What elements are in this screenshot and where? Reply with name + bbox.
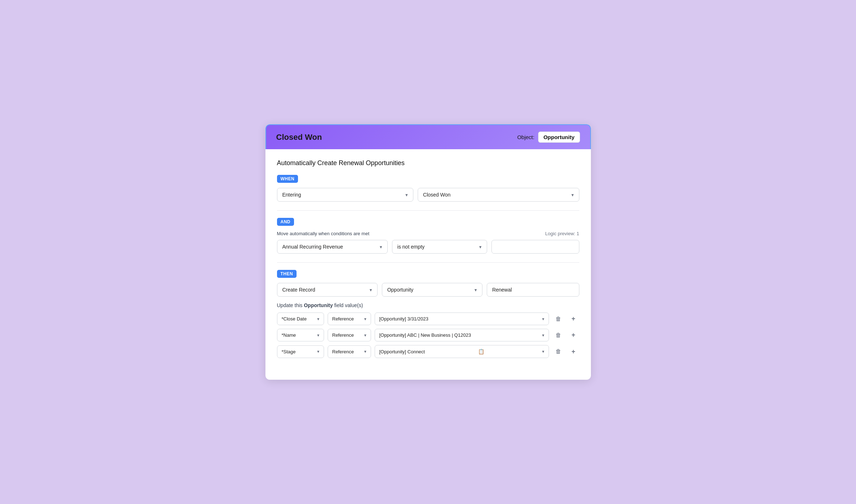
delete-button-2[interactable]: 🗑: [553, 346, 564, 357]
operator-chevron: ▾: [479, 244, 482, 250]
header-bar: Closed Won Object: Opportunity: [265, 124, 591, 149]
closed-won-chevron: ▾: [571, 192, 574, 198]
action-label: Create Record: [282, 287, 315, 293]
ref-value-text-1: [Opportunity] ABC | New Business | Q1202…: [379, 332, 471, 338]
field-label-1: *Name: [282, 332, 296, 338]
condition-label-row: Move automatically when conditions are m…: [277, 231, 579, 236]
reference-label-1: Reference: [332, 332, 354, 338]
update-object: Opportunity: [304, 302, 333, 308]
then-object-label: Opportunity: [387, 287, 413, 293]
field-chevron-0: ▾: [317, 316, 319, 322]
field-select-0[interactable]: *Close Date▾: [277, 313, 324, 325]
field-chevron-1: ▾: [317, 333, 319, 338]
update-suffix: field value(s): [333, 302, 363, 308]
closed-won-select[interactable]: Closed Won ▾: [418, 188, 579, 202]
and-section: AND Move automatically when conditions a…: [277, 218, 579, 254]
and-value-input[interactable]: [491, 240, 579, 254]
ref-value-2[interactable]: [Opportunity] Connect📋▾: [375, 345, 549, 358]
delete-button-1[interactable]: 🗑: [553, 329, 564, 341]
when-section: WHEN Entering ▾ Closed Won ▾: [277, 175, 579, 202]
create-record-select[interactable]: Create Record ▾: [277, 283, 378, 297]
ref-value-1[interactable]: [Opportunity] ABC | New Business | Q1202…: [375, 329, 549, 341]
field-row: *Stage▾Reference▾[Opportunity] Connect📋▾…: [277, 345, 579, 358]
ref-value-text-2: [Opportunity] Connect: [379, 349, 425, 354]
then-object-select[interactable]: Opportunity ▾: [382, 283, 482, 297]
create-record-chevron: ▾: [370, 287, 372, 293]
then-row: Create Record ▾ Opportunity ▾: [277, 283, 579, 297]
header-object: Object: Opportunity: [517, 132, 580, 143]
entering-select[interactable]: Entering ▾: [277, 188, 413, 202]
reference-label-0: Reference: [332, 316, 354, 322]
operator-select[interactable]: is not empty ▾: [392, 240, 487, 254]
and-row: Annual Recurring Revenue ▾ is not empty …: [277, 240, 579, 254]
header-title: Closed Won: [276, 133, 322, 142]
divider-2: [277, 262, 579, 263]
ref-value-text-0: [Opportunity] 3/31/2023: [379, 316, 429, 322]
when-row: Entering ▾ Closed Won ▾: [277, 188, 579, 202]
logic-preview: Logic preview: 1: [545, 231, 579, 236]
object-value-badge: Opportunity: [538, 132, 580, 143]
then-object-chevron: ▾: [474, 287, 477, 293]
ref-value-chevron-0: ▾: [542, 316, 544, 322]
ref-value-chevron-2: ▾: [542, 349, 544, 354]
main-card: Automatically Create Renewal Opportuniti…: [265, 149, 591, 380]
then-section: THEN Create Record ▾ Opportunity ▾ Updat…: [277, 270, 579, 358]
add-button-1[interactable]: +: [568, 329, 579, 341]
object-label: Object:: [517, 134, 535, 140]
field-chevron-2: ▾: [317, 349, 319, 354]
field-rows-container: *Close Date▾Reference▾[Opportunity] 3/31…: [277, 313, 579, 358]
update-prefix: Update this: [277, 302, 304, 308]
field-label-2: *Stage: [282, 349, 296, 354]
reference-select-1[interactable]: Reference▾: [328, 329, 371, 341]
add-button-0[interactable]: +: [568, 313, 579, 325]
divider-1: [277, 210, 579, 211]
and-badge: AND: [277, 218, 294, 226]
entering-label: Entering: [282, 192, 301, 198]
add-button-2[interactable]: +: [568, 346, 579, 357]
ref-value-chevron-1: ▾: [542, 333, 544, 338]
field-row: *Name▾Reference▾[Opportunity] ABC | New …: [277, 329, 579, 341]
when-badge: WHEN: [277, 175, 298, 183]
reference-chevron-0: ▾: [364, 316, 366, 322]
arr-select[interactable]: Annual Recurring Revenue ▾: [277, 240, 388, 254]
then-badge: THEN: [277, 270, 297, 278]
update-label: Update this Opportunity field value(s): [277, 302, 579, 308]
reference-select-2[interactable]: Reference▾: [328, 345, 371, 358]
arr-label: Annual Recurring Revenue: [282, 244, 343, 250]
field-label-0: *Close Date: [282, 316, 307, 322]
field-row: *Close Date▾Reference▾[Opportunity] 3/31…: [277, 313, 579, 325]
reference-chevron-1: ▾: [364, 333, 366, 338]
field-select-1[interactable]: *Name▾: [277, 329, 324, 341]
reference-chevron-2: ▾: [364, 349, 366, 354]
closed-won-label: Closed Won: [423, 192, 451, 198]
renewal-input[interactable]: [487, 283, 579, 297]
entering-chevron: ▾: [405, 192, 408, 198]
operator-label: is not empty: [397, 244, 425, 250]
reference-select-0[interactable]: Reference▾: [328, 313, 371, 325]
card-title: Automatically Create Renewal Opportuniti…: [277, 159, 579, 167]
reference-label-2: Reference: [332, 349, 354, 354]
delete-button-0[interactable]: 🗑: [553, 313, 564, 325]
field-select-2[interactable]: *Stage▾: [277, 345, 324, 358]
arr-chevron: ▾: [380, 244, 382, 250]
ref-value-0[interactable]: [Opportunity] 3/31/2023▾: [375, 313, 549, 325]
calendar-icon-2: 📋: [478, 349, 484, 354]
condition-text: Move automatically when conditions are m…: [277, 231, 370, 236]
